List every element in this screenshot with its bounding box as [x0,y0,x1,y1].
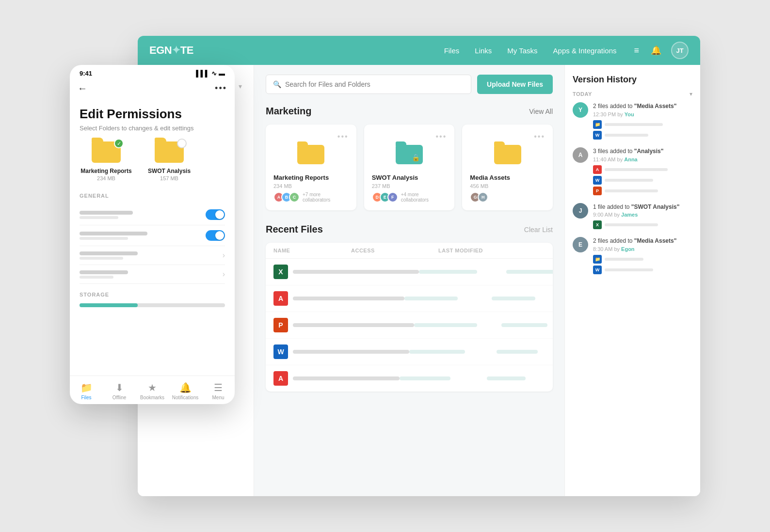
mobile-folder-item[interactable]: ✓ Marketing Reports 234 MB [80,141,133,181]
user-avatar[interactable]: JT [671,42,689,59]
version-avatar: A [573,147,588,163]
three-dots-icon[interactable]: ••• [337,132,349,141]
upload-button[interactable]: Upload New Files [477,75,553,94]
table-row[interactable]: X ••• [266,259,553,285]
version-time: 12:30 PM by You [593,111,692,117]
settings-subline [80,237,128,240]
table-header: NAME ACCESS LAST MODIFIED [266,243,553,259]
signal-icon: ▌▌▌ [196,70,209,77]
battery-icon: ▬ [219,70,225,77]
file-preview-bars: 📁 W [593,120,692,140]
folder-check-icon: ✓ [114,139,124,148]
nav-tab-notifications[interactable]: 🔔 Notifications [169,380,202,402]
menu-tab-icon: ☰ [214,382,223,393]
preview-bar-row: A [593,165,692,174]
settings-item-text [80,270,128,279]
collaborators-row: D E F +4 more collaborators [372,192,447,203]
file-name-bar [293,350,409,354]
notifications-tab-label: Notifications [172,395,198,400]
mobile-folder-size: 157 MB [160,175,178,181]
file-name-bar [293,270,419,274]
nav-tab-files[interactable]: 📁 Files [70,380,103,402]
nav-link-apps[interactable]: Apps & Integrations [553,47,617,55]
notification-button[interactable]: 🔔 [649,43,663,58]
collapse-icon[interactable]: ▾ [690,91,692,97]
today-label: TODAY [573,91,592,97]
preview-bar [605,258,643,261]
access-bar [409,350,465,354]
version-user-link[interactable]: Egon [621,246,635,252]
back-button[interactable]: ← [78,83,87,94]
table-row[interactable]: P ••• [266,312,553,339]
folder-card-name: Marketing Reports [273,174,349,181]
preview-bar-row: 📁 [593,255,692,264]
file-name-cell: X [273,265,419,279]
offline-tab-icon: ⬇ [115,382,124,393]
three-dots-icon[interactable]: ••• [436,132,447,141]
preview-bar [605,123,663,126]
preview-icon-word: W [593,176,602,185]
nav-link-files[interactable]: Files [444,47,460,55]
preview-bar-row: X [593,220,692,229]
settings-item-text [80,251,138,260]
table-row[interactable]: A ••• [266,365,553,391]
toggle-on[interactable] [206,209,225,220]
settings-subline [80,276,113,279]
more-options-button[interactable]: ••• [215,83,227,94]
version-entry-text: 2 files added to "Media Assets" [593,102,692,110]
settings-item[interactable]: › [80,265,225,284]
version-time: 9:00 AM by James [593,212,692,218]
version-user-link[interactable]: Anna [624,156,638,162]
nav-link-links[interactable]: Links [475,47,492,55]
access-bar [404,297,458,300]
settings-item[interactable] [80,204,225,225]
offline-tab-label: Offline [112,395,127,400]
toggle-on[interactable] [206,230,225,241]
logo-text: EGN✦TE [149,44,193,56]
collaborators-row: G H [470,192,545,203]
ppt-icon: P [273,318,288,332]
version-user-link[interactable]: You [625,111,634,117]
settings-list: › › [80,204,225,284]
top-navigation: EGN✦TE Files Links My Tasks Apps & Integ… [138,36,700,65]
folder-card-marketing-reports[interactable]: ••• Marketing Reports 234 MB A B [266,125,356,210]
nav-tab-bookmarks[interactable]: ★ Bookmarks [136,380,169,402]
folder-body: 🔒 [396,145,423,164]
folder-size: 456 MB [470,183,488,189]
mobile-folder-item[interactable]: SWOT Analysis 157 MB [143,141,196,181]
hamburger-button[interactable]: ≡ [632,44,641,58]
table-row[interactable]: A ••• [266,285,553,312]
preview-bar-row: P [593,187,692,195]
preview-bar [605,179,653,182]
file-name-cell: P [273,318,414,332]
settings-item[interactable]: › [80,246,225,265]
table-row[interactable]: W ••• [266,339,553,365]
search-input-wrap[interactable]: 🔍 [266,75,471,94]
file-name-bar [293,297,404,300]
modified-bar [506,270,553,274]
clear-list-button[interactable]: Clear List [524,226,553,234]
nav-link-tasks[interactable]: My Tasks [507,47,537,55]
view-all-link[interactable]: View All [529,108,553,115]
nav-tab-menu[interactable]: ☰ Menu [202,380,235,402]
collab-more: +4 more collaborators [401,192,447,203]
preview-bar [605,189,658,192]
folder-cards: ••• Marketing Reports 234 MB A B [266,125,553,210]
folder-card-media[interactable]: ••• Media Assets 456 MB G H [462,125,553,210]
version-entry: A 3 files added to "Analysis" 11:40 AM b… [573,147,692,195]
marketing-title: Marketing [266,106,311,117]
three-dots-icon[interactable]: ••• [534,132,545,141]
folder-card-swot[interactable]: ••• 🔒 SWOT Analysis 237 MB [364,125,455,210]
pdf-icon: A [273,371,288,386]
settings-item[interactable] [80,225,225,246]
right-panel-version-history: Version History TODAY ▾ Y 2 files added … [564,65,700,496]
version-content: 2 files added to "Media Assets" 8:30 AM … [593,237,692,274]
search-input[interactable] [285,80,464,88]
folder-body [494,145,521,164]
nav-tab-offline[interactable]: ⬇ Offline [103,380,136,402]
card-dots: ••• [273,132,349,141]
card-meta-row: 456 MB [470,183,545,189]
recent-files-title: Recent Files [266,224,323,235]
version-user-link[interactable]: James [621,212,638,218]
folder-icon-yellow [494,145,521,166]
